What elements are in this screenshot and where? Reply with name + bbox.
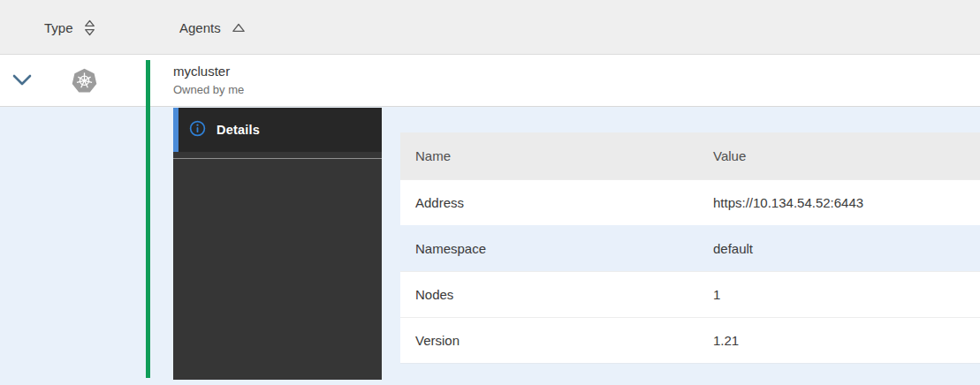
tab-details[interactable]: Details [173,108,382,152]
details-row-value: 1 [713,287,980,302]
column-header-agents-label: Agents [179,20,221,35]
details-row-address: Address https://10.134.54.52:6443 [400,179,980,225]
column-header-type-label: Type [44,20,73,35]
details-table: Name Value Address https://10.134.54.52:… [400,132,980,364]
cluster-name: mycluster [173,63,244,80]
details-header-name: Name [400,148,713,163]
details-header-value: Value [713,148,980,163]
details-row-value: default [713,241,980,256]
cluster-status-bar [146,60,150,378]
column-header-agents[interactable]: Agents [179,0,246,55]
table-header: Type Agents [0,0,980,55]
row-expander-button[interactable] [11,72,34,91]
cluster-owner-label: Owned by me [173,82,244,98]
kubernetes-icon [71,68,98,94]
details-row-namespace: Namespace default [400,225,980,271]
chevron-down-icon [12,74,32,88]
sort-asc-icon[interactable] [232,23,246,33]
column-header-type[interactable]: Type [44,0,95,55]
cluster-cell: mycluster Owned by me [173,63,244,98]
details-row-name: Address [400,195,713,210]
details-row-name: Version [400,333,713,348]
info-icon [189,120,206,140]
tab-details-label: Details [217,123,260,137]
details-row-name: Namespace [400,241,713,256]
details-row-value: https://10.134.54.52:6443 [713,195,980,210]
sort-both-icon[interactable] [84,19,95,36]
agents-table-page: Type Agents [0,0,980,385]
details-row-nodes: Nodes 1 [400,271,980,317]
details-table-header: Name Value [400,132,980,179]
details-row-name: Nodes [400,287,713,302]
panel-separator [173,158,382,159]
detail-tabs-panel: Details [173,108,382,380]
details-row-version: Version 1.21 [400,317,980,363]
details-row-value: 1.21 [713,333,980,348]
